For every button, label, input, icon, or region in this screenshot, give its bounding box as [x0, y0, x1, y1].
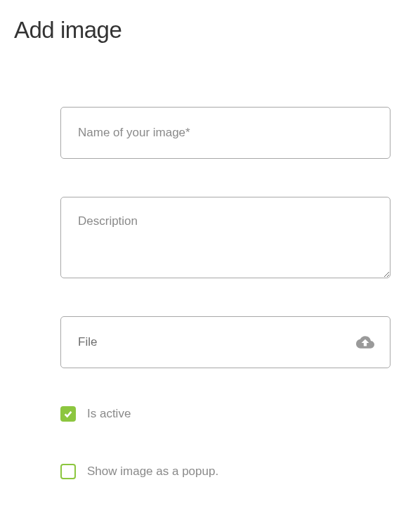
description-input[interactable]: [60, 197, 391, 278]
is-active-checkbox[interactable]: [60, 406, 76, 422]
show-popup-checkbox-row[interactable]: Show image as a popup.: [60, 464, 391, 479]
file-label: File: [78, 335, 97, 349]
cloud-upload-icon: [356, 335, 374, 349]
show-popup-checkbox[interactable]: [60, 464, 76, 479]
add-image-form: File Is active Show image as a popup.: [14, 107, 406, 479]
page-title: Add image: [14, 17, 406, 44]
is-active-checkbox-row[interactable]: Is active: [60, 406, 391, 422]
file-upload-field[interactable]: File: [60, 316, 391, 368]
image-name-input[interactable]: [60, 107, 391, 159]
is-active-label: Is active: [87, 407, 131, 421]
show-popup-label: Show image as a popup.: [87, 465, 218, 479]
